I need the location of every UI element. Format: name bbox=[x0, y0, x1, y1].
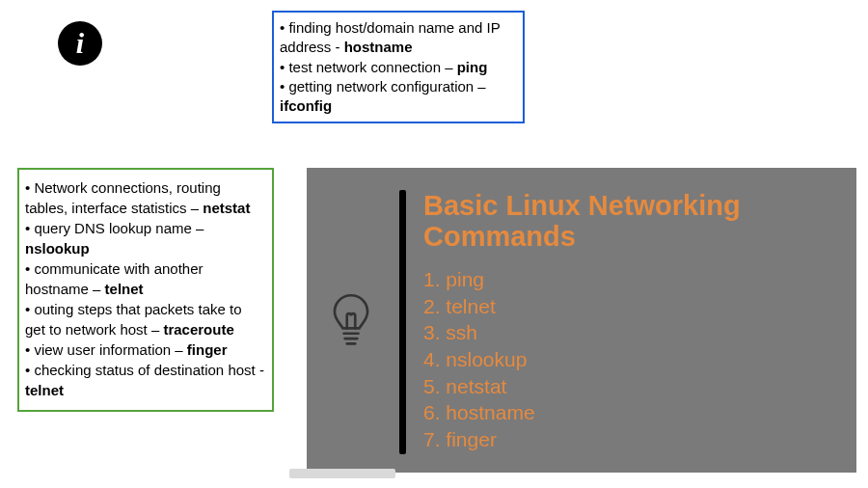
green-item-0: • Network connections, routing tables, i… bbox=[25, 177, 264, 218]
blue-item-1: • test network connection – ping bbox=[280, 58, 515, 77]
green-item-1: • query DNS lookup name – nslookup bbox=[25, 218, 264, 258]
green-item-2: • communicate with another hostname – te… bbox=[25, 258, 264, 299]
netstat-nslookup-telnet-box: • Network connections, routing tables, i… bbox=[17, 168, 274, 412]
basic-linux-networking-commands-card: Basic Linux Networking Commands 1. ping … bbox=[307, 168, 856, 473]
vertical-divider bbox=[399, 190, 406, 454]
green-item-4: • view user information – finger bbox=[25, 339, 264, 360]
blue-item-0: • finding host/domain name and IP addres… bbox=[280, 18, 515, 58]
lightbulb-icon bbox=[330, 291, 372, 353]
green-item-3: • outing steps that packets take to get … bbox=[25, 299, 264, 339]
command-list: 1. ping 2. telnet 3. ssh 4. nslookup 5. … bbox=[423, 266, 837, 453]
slate-title: Basic Linux Networking Commands bbox=[423, 191, 837, 253]
cmd-row: 4. nslookup bbox=[423, 346, 837, 373]
blue-item-2: • getting network configuration – ifconf… bbox=[280, 77, 515, 117]
cmd-row: 2. telnet bbox=[423, 293, 837, 320]
cmd-row: 1. ping bbox=[423, 266, 837, 293]
cmd-row: 3. ssh bbox=[423, 319, 837, 346]
cmd-row: 7. finger bbox=[423, 426, 837, 453]
info-icon: i bbox=[58, 21, 102, 66]
hostname-ping-ifconfig-box: • finding host/domain name and IP addres… bbox=[272, 11, 525, 123]
slate-text-block: Basic Linux Networking Commands 1. ping … bbox=[423, 191, 837, 453]
cmd-row: 6. hostname bbox=[423, 399, 837, 426]
info-icon-glyph: i bbox=[76, 27, 84, 60]
green-item-5: • checking status of destination host - … bbox=[25, 360, 264, 400]
cmd-row: 5. netstat bbox=[423, 373, 837, 400]
